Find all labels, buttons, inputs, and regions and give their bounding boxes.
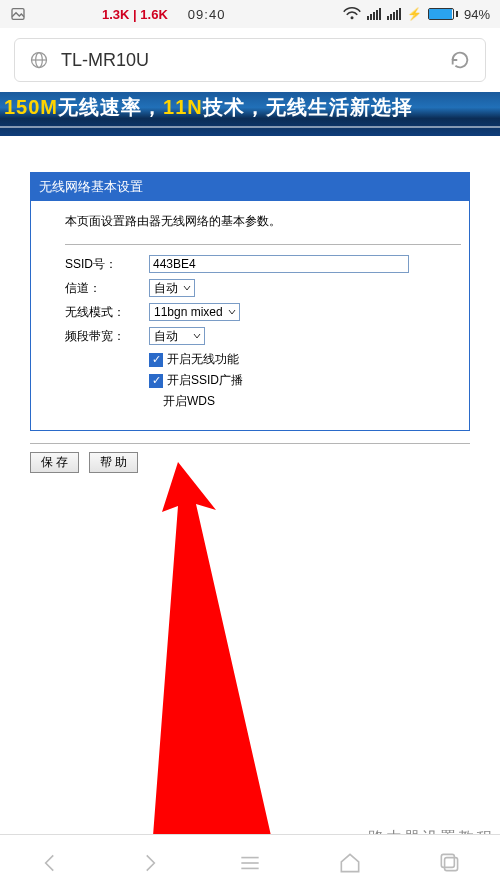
status-right: ⚡ 94% <box>343 7 490 22</box>
help-button[interactable]: 帮 助 <box>89 452 138 473</box>
bandwidth-row: 频段带宽： 自动 <box>65 327 461 345</box>
channel-value: 自动 <box>154 280 178 297</box>
bandwidth-value: 自动 <box>154 328 178 345</box>
mode-label: 无线模式： <box>65 304 149 321</box>
channel-select[interactable]: 自动 <box>149 279 195 297</box>
enable-wds-label: 开启WDS <box>163 393 215 410</box>
enable-ssid-row[interactable]: ✓ 开启SSID广播 <box>149 372 461 389</box>
page-content: 无线网络基本设置 本页面设置路由器无线网络的基本参数。 SSID号： 信道： 自… <box>0 136 500 856</box>
battery-icon <box>428 8 458 20</box>
chevron-left-icon <box>37 850 63 876</box>
gallery-icon <box>10 6 26 22</box>
svg-rect-10 <box>441 854 454 867</box>
product-banner: 150M无线速率，11N技术，无线生活新选择 <box>0 92 500 136</box>
status-left: 1.3K | 1.6K 09:40 <box>10 6 225 22</box>
home-button[interactable] <box>336 849 364 877</box>
panel-title: 无线网络基本设置 <box>31 173 469 201</box>
save-button[interactable]: 保 存 <box>30 452 79 473</box>
signal-icon-2 <box>387 8 401 20</box>
refresh-icon[interactable] <box>449 49 471 71</box>
bandwidth-select[interactable]: 自动 <box>149 327 205 345</box>
lightning-icon: ⚡ <box>407 7 422 21</box>
ssid-input[interactable] <box>149 255 409 273</box>
tabs-icon <box>437 850 463 876</box>
chevron-right-icon <box>137 850 163 876</box>
svg-point-1 <box>350 16 353 19</box>
wifi-icon <box>343 7 361 21</box>
bandwidth-label: 频段带宽： <box>65 328 149 345</box>
ssid-row: SSID号： <box>65 255 461 273</box>
url-text: TL-MR10U <box>61 50 449 71</box>
ssid-label: SSID号： <box>65 256 149 273</box>
network-speed: 1.3K | 1.6K <box>102 7 168 22</box>
checkbox-checked-icon[interactable]: ✓ <box>149 353 163 367</box>
checkbox-checked-icon[interactable]: ✓ <box>149 374 163 388</box>
panel-description: 本页面设置路由器无线网络的基本参数。 <box>65 213 461 230</box>
enable-ssid-label: 开启SSID广播 <box>167 372 243 389</box>
mode-row: 无线模式： 11bgn mixed <box>65 303 461 321</box>
wifi-settings-panel: 无线网络基本设置 本页面设置路由器无线网络的基本参数。 SSID号： 信道： 自… <box>30 172 470 431</box>
home-icon <box>337 850 363 876</box>
channel-label: 信道： <box>65 280 149 297</box>
forward-button[interactable] <box>136 849 164 877</box>
battery-percent: 94% <box>464 7 490 22</box>
chevron-down-icon <box>227 307 237 317</box>
menu-button[interactable] <box>236 849 264 877</box>
browser-bottom-nav <box>0 834 500 890</box>
mode-select[interactable]: 11bgn mixed <box>149 303 240 321</box>
svg-marker-5 <box>148 462 286 890</box>
channel-row: 信道： 自动 <box>65 279 461 297</box>
signal-icon <box>367 8 381 20</box>
globe-icon <box>29 50 49 70</box>
status-bar: 1.3K | 1.6K 09:40 ⚡ 94% <box>0 0 500 28</box>
menu-icon <box>237 850 263 876</box>
annotation-arrow-icon <box>148 462 298 890</box>
chevron-down-icon <box>182 283 192 293</box>
chevron-down-icon <box>192 331 202 341</box>
enable-wifi-label: 开启无线功能 <box>167 351 239 368</box>
enable-wds-row[interactable]: 开启WDS <box>163 393 461 410</box>
banner-text: 150M无线速率，11N技术，无线生活新选择 <box>4 94 413 121</box>
tabs-button[interactable] <box>436 849 464 877</box>
browser-url-bar[interactable]: TL-MR10U <box>14 38 486 82</box>
svg-rect-9 <box>445 857 458 870</box>
mode-value: 11bgn mixed <box>154 305 223 319</box>
enable-wifi-row[interactable]: ✓ 开启无线功能 <box>149 351 461 368</box>
clock: 09:40 <box>188 7 226 22</box>
back-button[interactable] <box>36 849 64 877</box>
button-bar: 保 存 帮 助 <box>30 443 470 473</box>
